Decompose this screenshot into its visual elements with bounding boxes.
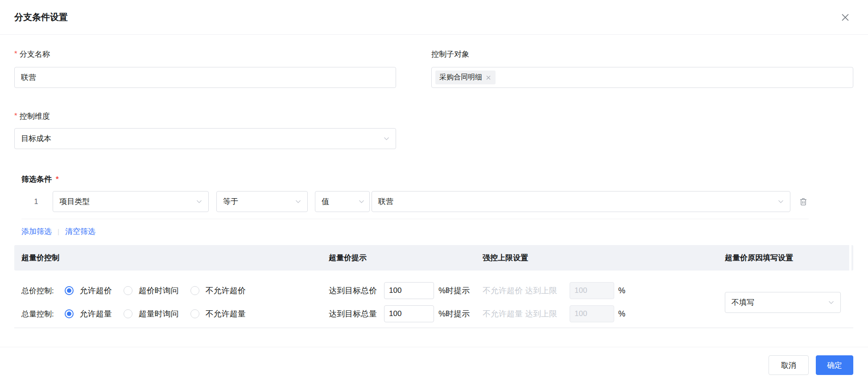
row-label: 总价控制: <box>21 286 54 296</box>
control-sub-object-label: 控制子对象 <box>431 48 853 60</box>
filter-row: 1 项目类型 等于 值 联营 <box>21 191 809 219</box>
radio-option[interactable]: 允许超价 <box>65 285 112 296</box>
prompt-prefix: 达到目标总量 <box>329 308 377 319</box>
radio-checked-icon <box>65 309 74 318</box>
required-mark: * <box>56 175 59 184</box>
table-row: 达到目标总价 %时提示 <box>329 282 475 299</box>
confirm-button[interactable]: 确定 <box>816 355 853 375</box>
dialog-footer: 取消 确定 <box>0 347 868 383</box>
radio-option[interactable]: 允许超量 <box>65 308 112 319</box>
radio-unchecked-icon <box>124 309 132 318</box>
row-label: 总量控制: <box>21 309 54 319</box>
chevron-down-icon <box>383 135 390 142</box>
page-title: 分支条件设置 <box>14 11 68 23</box>
filter-value-type-select[interactable]: 值 <box>315 191 370 212</box>
filter-field-select[interactable]: 项目类型 <box>53 191 209 212</box>
link-separator: | <box>58 228 59 235</box>
chevron-down-icon <box>358 198 365 205</box>
radio-label: 不允许超价 <box>206 285 246 296</box>
prompt-prefix: 达到目标总价 <box>329 285 377 296</box>
filter-operator-select[interactable]: 等于 <box>216 191 308 212</box>
radio-unchecked-icon <box>190 309 199 318</box>
close-icon[interactable] <box>839 12 851 23</box>
radio-checked-icon <box>65 286 74 295</box>
filter-section: 筛选条件 * 1 项目类型 等于 值 联营 <box>21 174 809 237</box>
dialog-body: * 分支名称 控制子对象 采购合同明细 * <box>0 48 868 328</box>
radio-option[interactable]: 超价时询问 <box>124 285 179 296</box>
radio-option[interactable]: 超量时询问 <box>124 308 179 319</box>
filter-value-type-value: 值 <box>322 196 329 207</box>
table-row: 不允许超价 达到上限 % <box>483 282 718 299</box>
branch-name-label: * 分支名称 <box>14 48 396 60</box>
prompt-percent-input[interactable] <box>384 282 434 299</box>
prompt-percent-input[interactable] <box>384 305 434 322</box>
radio-unchecked-icon <box>124 286 132 295</box>
filter-links: 添加筛选 | 清空筛选 <box>21 226 809 237</box>
control-dimension-label: * 控制维度 <box>14 110 396 122</box>
dialog-header: 分支条件设置 <box>0 0 868 35</box>
reason-select[interactable]: 不填写 <box>725 292 841 313</box>
control-dimension-label-text: 控制维度 <box>20 111 50 121</box>
chevron-down-icon <box>196 198 203 205</box>
radio-label: 超量时询问 <box>139 308 179 319</box>
radio-label: 允许超量 <box>80 308 112 319</box>
limit-percent-input-disabled <box>570 305 614 322</box>
filter-title-text: 筛选条件 <box>21 174 52 184</box>
chevron-down-icon <box>777 198 784 205</box>
control-dimension-field: * 控制维度 目标成本 <box>14 110 396 149</box>
limit-unit: % <box>618 286 625 296</box>
limit-unit: % <box>618 309 625 319</box>
filter-value: 联营 <box>378 196 393 207</box>
control-dimension-select[interactable]: 目标成本 <box>14 128 396 149</box>
filter-title: 筛选条件 * <box>21 174 809 184</box>
column-limit: 不允许超价 达到上限 % 不允许超量 达到上限 % <box>475 282 718 322</box>
radio-option[interactable]: 不允许超量 <box>190 308 246 319</box>
filter-value-select[interactable]: 联营 <box>372 191 790 212</box>
column-control: 总价控制: 允许超价 超价时询问 不允许超价 <box>14 282 322 322</box>
filter-row-index: 1 <box>33 198 39 206</box>
radio-option[interactable]: 不允许超价 <box>190 285 246 296</box>
column-reason: 不填写 <box>718 282 853 322</box>
limit-label: 不允许超量 达到上限 <box>483 308 557 319</box>
trash-icon[interactable] <box>798 196 809 207</box>
radio-label: 不允许超量 <box>206 308 246 319</box>
filter-field-value: 项目类型 <box>59 196 90 207</box>
header-price-control: 超量价控制 <box>14 253 322 263</box>
branch-name-field: * 分支名称 <box>14 48 396 88</box>
control-table: 超量价控制 超量价提示 强控上限设置 超量价原因填写设置 总价控制: 允许超价 <box>14 245 853 328</box>
radio-label: 超价时询问 <box>139 285 179 296</box>
control-table-body: 总价控制: 允许超价 超价时询问 不允许超价 <box>14 271 853 328</box>
chevron-down-icon <box>295 198 302 205</box>
reason-value: 不填写 <box>732 297 754 308</box>
filter-operator-value: 等于 <box>223 196 238 207</box>
header-prompt: 超量价提示 <box>322 253 475 263</box>
radio-unchecked-icon <box>190 286 199 295</box>
form-row-1: * 分支名称 控制子对象 采购合同明细 <box>14 48 853 88</box>
required-mark: * <box>14 50 17 58</box>
branch-name-label-text: 分支名称 <box>20 49 50 59</box>
cancel-button[interactable]: 取消 <box>769 355 809 375</box>
control-sub-object-field: 控制子对象 采购合同明细 <box>431 48 853 88</box>
tag-remove-icon[interactable] <box>485 75 492 81</box>
clear-filter-link[interactable]: 清空筛选 <box>65 226 95 237</box>
control-sub-object-input[interactable]: 采购合同明细 <box>431 67 853 88</box>
table-row: 总量控制: 允许超量 超量时询问 不允许超量 <box>21 305 322 322</box>
column-prompt: 达到目标总价 %时提示 达到目标总量 %时提示 <box>322 282 475 322</box>
add-filter-link[interactable]: 添加筛选 <box>21 226 52 237</box>
prompt-suffix: %时提示 <box>438 308 470 319</box>
table-row: 达到目标总量 %时提示 <box>329 305 475 322</box>
table-row: 不允许超量 达到上限 % <box>483 305 718 322</box>
radio-label: 允许超价 <box>80 285 112 296</box>
branch-name-input[interactable] <box>14 67 396 88</box>
header-limit: 强控上限设置 <box>475 253 718 263</box>
tag-label: 采购合同明细 <box>439 73 482 82</box>
selected-tag: 采购合同明细 <box>435 71 496 84</box>
chevron-down-icon <box>828 299 835 306</box>
branch-condition-dialog: 分支条件设置 * 分支名称 控制子对象 采购合同明细 <box>0 0 868 383</box>
prompt-suffix: %时提示 <box>438 285 470 296</box>
limit-percent-input-disabled <box>570 282 614 299</box>
control-dimension-value: 目标成本 <box>21 133 51 144</box>
table-row: 总价控制: 允许超价 超价时询问 不允许超价 <box>21 282 322 299</box>
header-reason: 超量价原因填写设置 <box>718 253 853 263</box>
required-mark: * <box>14 112 17 121</box>
